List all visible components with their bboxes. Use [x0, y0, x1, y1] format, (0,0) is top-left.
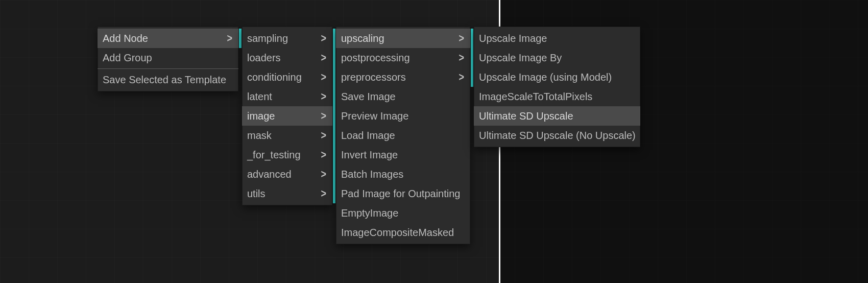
menu-item-label: Invert Image	[341, 150, 398, 160]
menu-item-sampling[interactable]: sampling >	[242, 29, 332, 48]
menu-item-label: postprocessing	[341, 53, 410, 63]
menu-item-empty-image[interactable]: EmptyImage	[336, 203, 470, 223]
submenu-marker	[333, 87, 335, 106]
menu-item-image-scale-total-pixels[interactable]: ImageScaleToTotalPixels	[474, 87, 640, 106]
menu-item-label: preprocessors	[341, 72, 406, 82]
menu-item-save-image[interactable]: Save Image	[336, 87, 470, 106]
menu-item-label: Upscale Image	[479, 33, 547, 43]
menu-item-label: Save Selected as Template	[103, 75, 226, 85]
menu-item-label: _for_testing	[247, 150, 301, 160]
submenu-marker	[333, 184, 335, 203]
menu-item-label: advanced	[247, 169, 292, 179]
chevron-right-icon: >	[459, 33, 464, 44]
chevron-right-icon: >	[321, 169, 326, 180]
submenu-marker	[333, 67, 335, 87]
menu-item-loaders[interactable]: loaders >	[242, 48, 332, 67]
menu-item-label: Upscale Image By	[479, 53, 562, 63]
menu-item-preprocessors[interactable]: preprocessors >	[336, 67, 470, 87]
context-menu[interactable]: Add Node > Add Group Save Selected as Te…	[98, 27, 238, 91]
menu-item-label: Upscale Image (using Model)	[479, 72, 612, 82]
menu-item-invert-image[interactable]: Invert Image	[336, 145, 470, 164]
menu-item-label: Preview Image	[341, 111, 408, 121]
menu-item-label: EmptyImage	[341, 208, 398, 218]
chevron-right-icon: >	[321, 91, 326, 102]
menu-item-preview-image[interactable]: Preview Image	[336, 106, 470, 126]
chevron-right-icon: >	[321, 149, 326, 160]
menu-item-save-template[interactable]: Save Selected as Template	[98, 70, 238, 89]
menu-item-for-testing[interactable]: _for_testing >	[242, 145, 332, 164]
chevron-right-icon: >	[459, 72, 464, 83]
chevron-right-icon: >	[227, 33, 232, 44]
menu-item-image[interactable]: image >	[242, 106, 332, 126]
submenu-categories[interactable]: sampling > loaders > conditioning > late…	[242, 27, 332, 205]
menu-item-label: Ultimate SD Upscale (No Upscale)	[479, 130, 636, 140]
submenu-marker	[333, 126, 335, 145]
menu-item-ultimate-sd-upscale-no-upscale[interactable]: Ultimate SD Upscale (No Upscale)	[474, 126, 640, 145]
menu-item-batch-images[interactable]: Batch Images	[336, 164, 470, 184]
menu-item-label: mask	[247, 130, 272, 140]
menu-item-postprocessing[interactable]: postprocessing >	[336, 48, 470, 67]
menu-item-add-group[interactable]: Add Group	[98, 48, 238, 67]
menu-item-label: latent	[247, 91, 272, 102]
submenu-marker	[333, 145, 335, 164]
menu-item-label: Add Node	[103, 33, 148, 43]
submenu-marker	[471, 29, 473, 48]
menu-item-add-node[interactable]: Add Node >	[98, 29, 238, 48]
menu-item-load-image[interactable]: Load Image	[336, 126, 470, 145]
menu-item-pad-outpainting[interactable]: Pad Image for Outpainting	[336, 184, 470, 203]
menu-item-conditioning[interactable]: conditioning >	[242, 67, 332, 87]
submenu-upscaling[interactable]: Upscale Image Upscale Image By Upscale I…	[474, 27, 640, 147]
chevron-right-icon: >	[321, 188, 326, 199]
submenu-marker	[239, 29, 242, 48]
submenu-marker	[471, 67, 473, 87]
submenu-marker	[333, 164, 335, 184]
menu-item-label: Batch Images	[341, 169, 403, 179]
menu-item-utils[interactable]: utils >	[242, 184, 332, 203]
submenu-marker	[333, 48, 335, 67]
menu-item-label: Save Image	[341, 91, 396, 102]
submenu-image[interactable]: upscaling > postprocessing > preprocesso…	[336, 27, 470, 244]
menu-item-upscaling[interactable]: upscaling >	[336, 29, 470, 48]
menu-item-upscale-image-by[interactable]: Upscale Image By	[474, 48, 640, 67]
menu-item-advanced[interactable]: advanced >	[242, 164, 332, 184]
menu-item-upscale-image[interactable]: Upscale Image	[474, 29, 640, 48]
menu-item-label: Add Group	[103, 53, 152, 63]
chevron-right-icon: >	[321, 33, 326, 44]
menu-item-label: ImageScaleToTotalPixels	[479, 91, 592, 102]
menu-item-label: conditioning	[247, 72, 302, 82]
menu-item-image-composite-masked[interactable]: ImageCompositeMasked	[336, 223, 470, 242]
menu-item-label: image	[247, 111, 275, 121]
submenu-marker	[471, 48, 473, 67]
menu-item-label: loaders	[247, 53, 281, 63]
submenu-marker	[333, 106, 335, 126]
menu-item-latent[interactable]: latent >	[242, 87, 332, 106]
chevron-right-icon: >	[321, 130, 326, 141]
chevron-right-icon: >	[459, 52, 464, 63]
menu-item-mask[interactable]: mask >	[242, 126, 332, 145]
menu-divider	[98, 68, 238, 69]
chevron-right-icon: >	[321, 110, 326, 122]
menu-item-label: utils	[247, 188, 266, 199]
menu-item-label: Ultimate SD Upscale	[479, 111, 573, 121]
menu-item-upscale-using-model[interactable]: Upscale Image (using Model)	[474, 67, 640, 87]
menu-item-label: sampling	[247, 33, 288, 43]
menu-item-label: Load Image	[341, 130, 395, 140]
submenu-marker	[333, 29, 335, 48]
chevron-right-icon: >	[321, 72, 326, 83]
menu-item-label: Pad Image for Outpainting	[341, 188, 460, 199]
menu-item-ultimate-sd-upscale[interactable]: Ultimate SD Upscale	[474, 106, 640, 126]
menu-item-label: ImageCompositeMasked	[341, 227, 454, 238]
chevron-right-icon: >	[321, 52, 326, 63]
menu-item-label: upscaling	[341, 33, 384, 43]
